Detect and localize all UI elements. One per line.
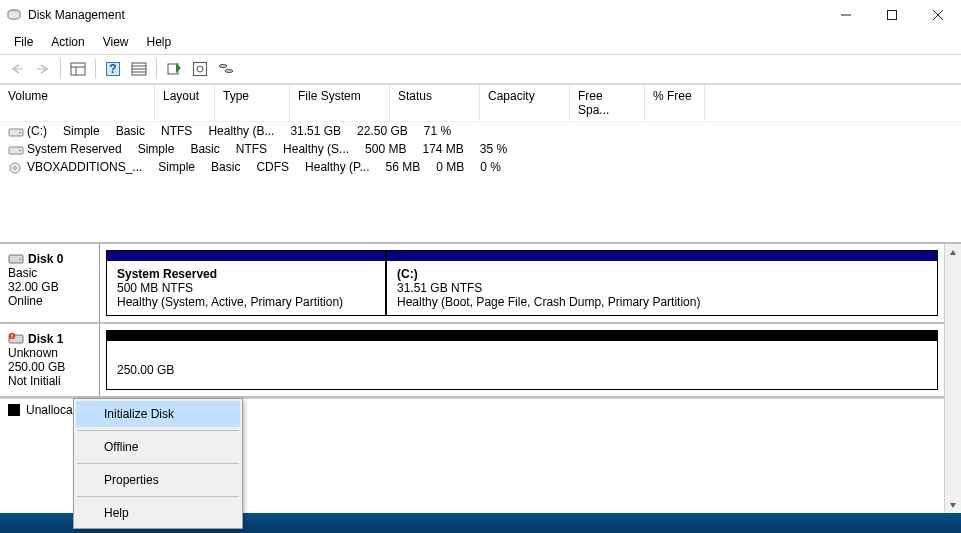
scroll-up-icon[interactable] [945, 244, 961, 261]
disk-warning-icon [8, 332, 24, 346]
col-status[interactable]: Status [390, 85, 480, 121]
ctx-properties[interactable]: Properties [76, 467, 240, 493]
ctx-separator [77, 463, 239, 464]
ctx-separator [77, 496, 239, 497]
disk-icon [8, 252, 24, 266]
svg-point-32 [11, 337, 12, 338]
forward-button[interactable] [32, 58, 54, 80]
ctx-offline[interactable]: Offline [76, 434, 240, 460]
disk-info-panel[interactable]: Disk 0 Basic 32.00 GB Online [0, 244, 100, 322]
disk-type: Unknown [8, 346, 91, 360]
toolbar: ? [0, 54, 961, 84]
vol-name: (C:) [27, 124, 47, 138]
disk-graphical-view: Disk 0 Basic 32.00 GB Online System Rese… [0, 242, 961, 513]
disk-row[interactable]: Disk 1 Unknown 250.00 GB Not Initiali 25… [0, 324, 944, 398]
disc-icon [8, 162, 24, 174]
svg-rect-2 [888, 11, 897, 20]
col-volume[interactable]: Volume [0, 85, 155, 121]
titlebar: Disk Management [0, 0, 961, 30]
col-spare [705, 85, 961, 121]
partition-size: 31.51 GB NTFS [397, 281, 927, 295]
drive-icon [8, 126, 24, 138]
vol-name: VBOXADDITIONS_... [27, 160, 142, 174]
menu-view[interactable]: View [95, 32, 137, 52]
disks-view-button[interactable] [215, 58, 237, 80]
disk-size: 32.00 GB [8, 280, 91, 294]
disk-size: 250.00 GB [8, 360, 91, 374]
volume-row[interactable]: VBOXADDITIONS_... Simple Basic CDFS Heal… [0, 158, 961, 176]
partition-unallocated[interactable]: 250.00 GB [106, 330, 938, 390]
col-type[interactable]: Type [215, 85, 290, 121]
svg-point-20 [225, 70, 233, 73]
context-menu: Initialize Disk Offline Properties Help [73, 398, 243, 529]
help-button[interactable]: ? [102, 58, 124, 80]
partition-c[interactable]: (C:) 31.51 GB NTFS Healthy (Boot, Page F… [386, 250, 938, 316]
col-pctfree[interactable]: % Free [645, 85, 705, 121]
partition-status: Healthy (Boot, Page File, Crash Dump, Pr… [397, 295, 927, 309]
legend-swatch-unallocated [8, 404, 20, 416]
partition-system-reserved[interactable]: System Reserved 500 MB NTFS Healthy (Sys… [106, 250, 386, 316]
ctx-separator [77, 430, 239, 431]
window-title: Disk Management [28, 8, 125, 22]
menubar: File Action View Help [0, 30, 961, 54]
close-button[interactable] [915, 0, 961, 30]
volume-list: Volume Layout Type File System Status Ca… [0, 84, 961, 242]
minimize-button[interactable] [823, 0, 869, 30]
settings-button[interactable] [189, 58, 211, 80]
disk-label: Disk 1 [28, 332, 63, 346]
drive-icon [8, 144, 24, 156]
svg-point-24 [19, 149, 21, 151]
disk-type: Basic [8, 266, 91, 280]
col-filesystem[interactable]: File System [290, 85, 390, 121]
col-layout[interactable]: Layout [155, 85, 215, 121]
disk-state: Online [8, 294, 91, 308]
scroll-down-icon[interactable] [945, 496, 961, 513]
volume-row[interactable]: System Reserved Simple Basic NTFS Health… [0, 140, 961, 158]
partition-name: System Reserved [117, 267, 375, 281]
col-free[interactable]: Free Spa... [570, 85, 645, 121]
svg-point-26 [14, 166, 17, 169]
svg-point-22 [19, 131, 21, 133]
partition-bar [107, 251, 385, 261]
partition-bar [387, 251, 937, 261]
menu-action[interactable]: Action [43, 32, 92, 52]
partition-size: 250.00 GB [117, 347, 927, 377]
svg-point-18 [197, 66, 203, 72]
partition-size: 500 MB NTFS [117, 281, 375, 295]
partition-bar [107, 331, 937, 341]
volume-header-row: Volume Layout Type File System Status Ca… [0, 85, 961, 122]
col-capacity[interactable]: Capacity [480, 85, 570, 121]
volume-row[interactable]: (C:) Simple Basic NTFS Healthy (B... 31.… [0, 122, 961, 140]
svg-point-19 [219, 65, 227, 68]
vertical-scrollbar[interactable] [944, 244, 961, 513]
svg-rect-17 [194, 63, 207, 76]
menu-file[interactable]: File [6, 32, 41, 52]
view-layout-button[interactable] [67, 58, 89, 80]
back-button[interactable] [6, 58, 28, 80]
app-icon [6, 7, 22, 23]
disk-info-panel[interactable]: Disk 1 Unknown 250.00 GB Not Initiali [0, 324, 100, 396]
svg-point-28 [19, 258, 21, 260]
disk-row[interactable]: Disk 0 Basic 32.00 GB Online System Rese… [0, 244, 944, 324]
partition-name: (C:) [397, 267, 927, 281]
partition-status: Healthy (System, Active, Primary Partiti… [117, 295, 375, 309]
maximize-button[interactable] [869, 0, 915, 30]
rescan-button[interactable] [163, 58, 185, 80]
svg-rect-7 [71, 63, 85, 75]
legend-label-unallocated: Unalloca [26, 403, 73, 417]
svg-text:?: ? [109, 62, 116, 76]
disk-state: Not Initiali [8, 374, 91, 388]
disk-label: Disk 0 [28, 252, 63, 266]
menu-help[interactable]: Help [139, 32, 180, 52]
ctx-initialize-disk[interactable]: Initialize Disk [76, 401, 240, 427]
ctx-help[interactable]: Help [76, 500, 240, 526]
refresh-list-button[interactable] [128, 58, 150, 80]
vol-name: System Reserved [27, 142, 122, 156]
